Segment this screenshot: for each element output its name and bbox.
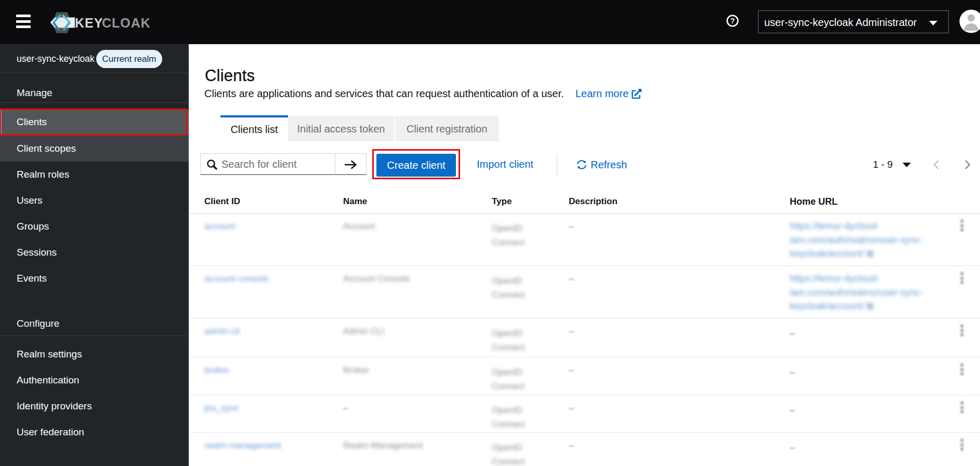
- svg-text:?: ?: [730, 17, 735, 25]
- svg-text:KEY: KEY: [75, 16, 103, 30]
- svg-text:CLOAK: CLOAK: [102, 16, 151, 30]
